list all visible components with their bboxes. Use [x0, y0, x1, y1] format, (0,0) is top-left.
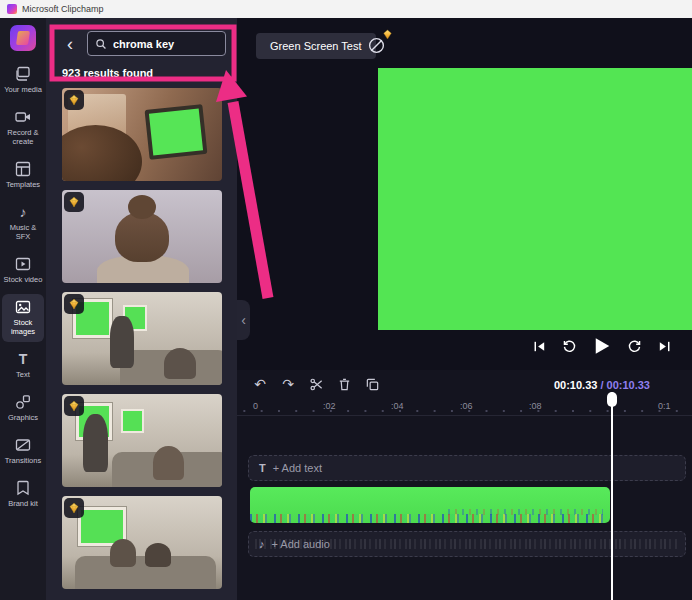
project-name-button[interactable]: Green Screen Test — [256, 33, 376, 59]
thumbnail-image — [62, 190, 222, 283]
redo-button[interactable]: ↷ — [277, 373, 299, 395]
add-text-label: + Add text — [273, 462, 322, 474]
results-count: 923 results found — [46, 65, 237, 88]
sidebar-item-brand-kit[interactable]: Brand kit — [2, 475, 44, 514]
skip-to-end-button[interactable] — [657, 339, 672, 354]
camera-icon — [15, 109, 31, 125]
chevron-left-icon: ‹ — [67, 35, 73, 53]
premium-diamond-icon — [68, 400, 80, 412]
stock-images-panel: ‹ 923 results found — [46, 18, 237, 600]
timeline-toolbar: ↶ ↷ — [249, 373, 383, 395]
premium-badge — [64, 294, 84, 314]
sidebar-item-label: Brand kit — [8, 499, 38, 508]
transitions-icon — [15, 437, 31, 453]
brand-kit-icon — [15, 480, 31, 496]
sidebar-item-templates[interactable]: Templates — [2, 156, 44, 195]
image-icon — [15, 299, 31, 315]
window-title: Microsoft Clipchamp — [22, 4, 104, 14]
skip-back-icon — [532, 339, 547, 354]
undo-icon: ↶ — [254, 376, 266, 392]
sidebar-item-label: Your media — [4, 85, 42, 94]
sidebar-item-stock-images[interactable]: Stock images — [2, 294, 44, 342]
sidebar-item-your-media[interactable]: Your media — [2, 61, 44, 100]
collapse-panel-button[interactable]: ‹ — [237, 300, 250, 340]
scissors-icon — [309, 377, 324, 392]
playhead[interactable] — [611, 392, 613, 600]
play-icon — [592, 336, 612, 356]
forward-icon — [627, 339, 642, 354]
remove-watermark-button[interactable] — [367, 31, 393, 55]
thumbnail-image — [62, 292, 222, 385]
undo-button[interactable]: ↶ — [249, 373, 271, 395]
chevron-left-icon: ‹ — [241, 312, 246, 328]
timeline-ruler[interactable]: 0 :02 :04 :06 :08 0:1 — [237, 398, 692, 416]
duplicate-icon — [365, 377, 380, 392]
text-icon: T — [15, 351, 31, 367]
ruler-label: 0 — [253, 401, 258, 411]
sidebar-item-transitions[interactable]: Transitions — [2, 432, 44, 471]
sidebar-item-label: Stock video — [4, 275, 43, 284]
app-body: Your media Record & create Templates ♪ M… — [0, 18, 692, 600]
skip-forward-icon — [657, 339, 672, 354]
sidebar-item-stock-video[interactable]: Stock video — [2, 251, 44, 290]
duplicate-button[interactable] — [361, 373, 383, 395]
search-input[interactable] — [113, 38, 218, 50]
replay-icon — [562, 339, 577, 354]
premium-diamond-icon — [68, 298, 80, 310]
green-screen-video-clip[interactable] — [250, 487, 610, 523]
editor-main: ‹ Green Screen Test ↶ ↷ 00:10.33 / — [237, 18, 692, 600]
sidebar-item-label: Stock images — [3, 318, 43, 336]
music-icon: ♪ — [15, 204, 31, 220]
templates-icon — [15, 161, 31, 177]
sidebar-item-label: Graphics — [8, 413, 38, 422]
playback-controls — [532, 336, 672, 356]
ruler-label: :06 — [460, 401, 473, 411]
clipchamp-home-logo[interactable] — [10, 25, 36, 51]
stock-image-result[interactable] — [62, 394, 222, 487]
forward-button[interactable] — [627, 339, 642, 354]
premium-diamond-icon — [68, 502, 80, 514]
window-titlebar: Microsoft Clipchamp — [0, 0, 692, 18]
ruler-label: :02 — [323, 401, 336, 411]
sidebar-item-text[interactable]: T Text — [2, 346, 44, 385]
premium-badge — [64, 192, 84, 212]
sidebar-item-music-sfx[interactable]: ♪ Music & SFX — [2, 199, 44, 247]
search-results-list — [46, 88, 237, 589]
play-button[interactable] — [592, 336, 612, 356]
premium-badge — [64, 498, 84, 518]
thumbnail-image — [62, 88, 222, 181]
delete-button[interactable] — [333, 373, 355, 395]
sidebar-item-graphics[interactable]: Graphics — [2, 389, 44, 428]
skip-to-start-button[interactable] — [532, 339, 547, 354]
current-time: 00:10.33 — [554, 379, 597, 391]
premium-diamond-icon — [68, 196, 80, 208]
sidebar-item-label: Music & SFX — [3, 223, 43, 241]
redo-icon: ↷ — [282, 376, 294, 392]
search-icon — [95, 38, 107, 50]
clipchamp-logo-icon — [7, 4, 17, 14]
sidebar-item-record-create[interactable]: Record & create — [2, 104, 44, 152]
premium-diamond-icon — [382, 29, 393, 40]
search-box[interactable] — [87, 31, 226, 56]
ruler-label: 0:1 — [658, 401, 671, 411]
add-audio-track[interactable]: ♪ + Add audio — [248, 531, 686, 557]
graphics-icon — [15, 394, 31, 410]
back-button[interactable]: ‹ — [59, 33, 81, 55]
ruler-label: :08 — [529, 401, 542, 411]
premium-badge — [64, 90, 84, 110]
media-icon — [15, 66, 31, 82]
add-text-track[interactable]: T + Add text — [248, 455, 686, 481]
thumbnail-image — [62, 496, 222, 589]
premium-diamond-icon — [68, 94, 80, 106]
sidebar-item-label: Templates — [6, 180, 40, 189]
split-button[interactable] — [305, 373, 327, 395]
replay-button[interactable] — [562, 339, 577, 354]
stock-image-result[interactable] — [62, 88, 222, 181]
music-note-icon: ♪ — [259, 538, 265, 550]
text-tool-icon: T — [259, 462, 266, 474]
video-preview-canvas[interactable] — [378, 68, 692, 330]
stock-image-result[interactable] — [62, 496, 222, 589]
panel-header: ‹ — [46, 18, 237, 65]
stock-image-result[interactable] — [62, 190, 222, 283]
stock-image-result[interactable] — [62, 292, 222, 385]
